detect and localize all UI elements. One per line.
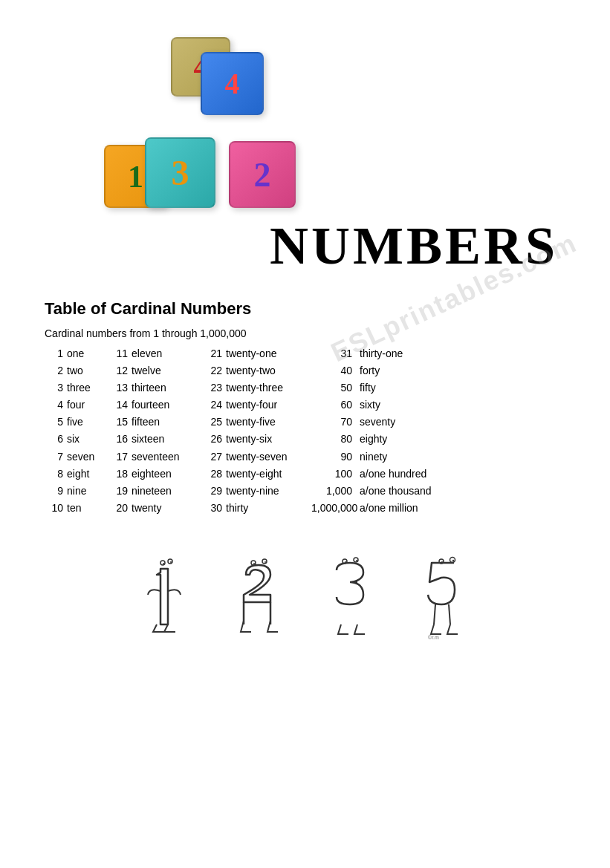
col-num4: 80	[311, 431, 360, 448]
table-row: 1 one 11 eleven 21 twenty-one 31 thirty-…	[45, 345, 565, 362]
col-num3: 23	[202, 379, 226, 397]
page: ESLprintables.com 1 3 4 4 2 NUMBERS Tabl…	[0, 0, 610, 868]
svg-point-18	[452, 560, 453, 561]
col-num4: 90	[311, 448, 360, 466]
col-word3: twenty-four	[226, 397, 311, 414]
blocks-illustration: 1 3 4 4 2	[104, 37, 565, 208]
col-num3: 30	[202, 500, 226, 517]
col-num1: 7	[45, 448, 67, 466]
col-word1: one	[67, 345, 108, 362]
col-num1: 10	[45, 500, 67, 517]
col-word4: eighty	[360, 431, 464, 448]
col-num3: 28	[202, 466, 226, 483]
table-row: 10 ten 20 twenty 30 thirty 1,000,000 a/o…	[45, 500, 565, 517]
table-heading: Table of Cardinal Numbers	[45, 299, 565, 319]
col-num1: 9	[45, 483, 67, 500]
numbers-table: 1 one 11 eleven 21 twenty-one 31 thirty-…	[45, 345, 565, 517]
col-word2: fifteen	[132, 414, 202, 431]
cartoon-2	[227, 554, 291, 643]
col-num2: 11	[108, 345, 132, 362]
col-num1: 1	[45, 345, 67, 362]
svg-line-19	[434, 604, 435, 624]
col-word3: twenty-eight	[226, 466, 311, 483]
col-num1: 5	[45, 414, 67, 431]
col-word2: twenty	[132, 500, 202, 517]
cartoon-1	[134, 554, 198, 643]
col-word1: four	[67, 397, 108, 414]
col-num1: 3	[45, 379, 67, 397]
col-word2: fourteen	[132, 397, 202, 414]
col-num4: 50	[311, 379, 360, 397]
col-num4: 1,000	[311, 483, 360, 500]
col-word1: seven	[67, 448, 108, 466]
col-word4: sixty	[360, 397, 464, 414]
col-word3: twenty-six	[226, 431, 311, 448]
svg-line-20	[449, 604, 450, 624]
col-word1: eight	[67, 466, 108, 483]
col-num4: 40	[311, 362, 360, 379]
col-num4: 31	[311, 345, 360, 362]
col-word2: thirteen	[132, 379, 202, 397]
col-num2: 14	[108, 397, 132, 414]
table-row: 9 nine 19 nineteen 29 twenty-nine 1,000 …	[45, 483, 565, 500]
col-num2: 12	[108, 362, 132, 379]
col-word4: seventy	[360, 414, 464, 431]
col-num2: 15	[108, 414, 132, 431]
col-num2: 20	[108, 500, 132, 517]
col-num4: 70	[311, 414, 360, 431]
col-num2: 13	[108, 379, 132, 397]
col-word1: ten	[67, 500, 108, 517]
col-word3: twenty-nine	[226, 483, 311, 500]
cartoon-5: ©r.m	[413, 554, 476, 643]
svg-point-11	[354, 558, 358, 562]
col-num3: 21	[202, 345, 226, 362]
col-word4: a/one thousand	[360, 483, 464, 500]
col-word4: forty	[360, 362, 464, 379]
col-num3: 26	[202, 431, 226, 448]
table-section: Table of Cardinal Numbers Cardinal numbe…	[45, 299, 565, 517]
col-word3: thirty	[226, 500, 311, 517]
col-word2: nineteen	[132, 483, 202, 500]
svg-point-1	[168, 559, 172, 564]
col-word3: twenty-five	[226, 414, 311, 431]
cartoon-numbers: ©r.m	[45, 554, 565, 643]
col-word1: three	[67, 379, 108, 397]
col-num3: 24	[202, 397, 226, 414]
table-row: 2 two 12 twelve 22 twenty-two 40 forty	[45, 362, 565, 379]
page-title: NUMBERS	[45, 215, 565, 277]
block-blue: 4	[201, 52, 264, 115]
svg-point-3	[170, 561, 172, 563]
table-row: 4 four 14 fourteen 24 twenty-four 60 six…	[45, 397, 565, 414]
table-row: 7 seven 17 seventeen 27 twenty-seven 90 …	[45, 448, 565, 466]
table-subtitle: Cardinal numbers from 1 through 1,000,00…	[45, 327, 565, 339]
col-num1: 6	[45, 431, 67, 448]
col-word3: twenty-three	[226, 379, 311, 397]
table-row: 5 five 15 fifteen 25 twenty-five 70 seve…	[45, 414, 565, 431]
col-word3: twenty-two	[226, 362, 311, 379]
table-row: 8 eight 18 eighteen 28 twenty-eight 100 …	[45, 466, 565, 483]
col-num2: 19	[108, 483, 132, 500]
svg-point-13	[356, 560, 357, 561]
svg-point-16	[450, 557, 455, 562]
svg-point-5	[262, 559, 267, 564]
col-num3: 22	[202, 362, 226, 379]
col-word4: ninety	[360, 448, 464, 466]
col-num1: 8	[45, 466, 67, 483]
col-num3: 27	[202, 448, 226, 466]
col-word1: five	[67, 414, 108, 431]
cartoon-3	[320, 554, 383, 643]
col-word4: fifty	[360, 379, 464, 397]
col-word2: eighteen	[132, 466, 202, 483]
svg-point-0	[160, 561, 165, 565]
col-word2: sixteen	[132, 431, 202, 448]
table-row: 6 six 16 sixteen 26 twenty-six 80 eighty	[45, 431, 565, 448]
svg-point-7	[265, 561, 266, 563]
col-num3: 25	[202, 414, 226, 431]
col-word4: a/one hundred	[360, 466, 464, 483]
col-num4: 60	[311, 397, 360, 414]
col-word2: eleven	[132, 345, 202, 362]
col-word3: twenty-seven	[226, 448, 311, 466]
col-word1: two	[67, 362, 108, 379]
col-word2: twelve	[132, 362, 202, 379]
svg-point-6	[253, 563, 255, 564]
